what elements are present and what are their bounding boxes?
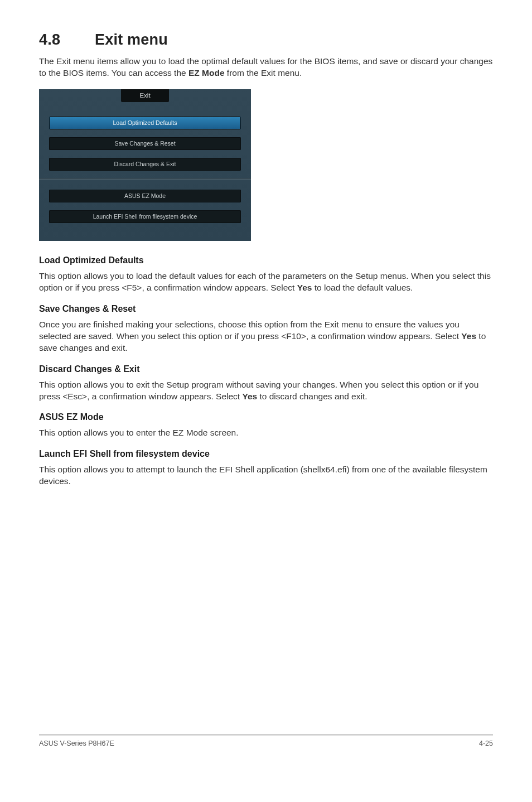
load-t2: to load the default values. — [312, 283, 413, 292]
load-t1: This option allows you to load the defau… — [39, 271, 491, 292]
discard-t2: to discard changes and exit. — [257, 392, 367, 401]
para-ez-mode: This option allows you to enter the EZ M… — [39, 427, 493, 438]
bios-divider — [39, 178, 251, 180]
bios-screenshot: Exit Load Optimized Defaults Save Change… — [39, 89, 251, 241]
para-efi-shell: This option allows you to attempt to lau… — [39, 463, 493, 487]
bios-btn-launch-efi-shell: Launch EFI Shell from filesystem device — [49, 210, 241, 223]
heading-save-changes: Save Changes & Reset — [39, 304, 493, 314]
bios-btn-asus-ez-mode: ASUS EZ Mode — [49, 190, 241, 202]
para-discard-changes: This option allows you to exit the Setup… — [39, 379, 493, 403]
block-ez-mode: ASUS EZ Mode This option allows you to e… — [39, 412, 493, 438]
heading-ez-mode: ASUS EZ Mode — [39, 412, 493, 422]
block-save-changes: Save Changes & Reset Once you are finish… — [39, 304, 493, 354]
discard-yes: Yes — [242, 392, 257, 401]
save-yes: Yes — [461, 331, 476, 341]
heading-load-optimized: Load Optimized Defaults — [39, 255, 493, 265]
block-discard-changes: Discard Changes & Exit This option allow… — [39, 364, 493, 403]
intro-ezmode-bold: EZ Mode — [188, 68, 225, 78]
bios-btn-save-changes-reset: Save Changes & Reset — [49, 137, 241, 150]
block-load-optimized: Load Optimized Defaults This option allo… — [39, 255, 493, 294]
para-save-changes: Once you are finished making your select… — [39, 318, 493, 354]
footer-left: ASUS V-Series P8H67E — [39, 740, 114, 747]
bios-btn-load-optimized-defaults: Load Optimized Defaults — [49, 117, 241, 129]
bios-tab-exit: Exit — [121, 89, 169, 102]
load-yes: Yes — [297, 283, 312, 292]
bios-btn-discard-changes-exit: Discard Changes & Exit — [49, 158, 241, 171]
block-efi-shell: Launch EFI Shell from filesystem device … — [39, 449, 493, 487]
intro-paragraph: The Exit menu items allow you to load th… — [39, 55, 493, 79]
section-number: 4.8 — [39, 31, 95, 49]
save-t1: Once you are finished making your select… — [39, 320, 461, 341]
footer-right: 4-25 — [479, 740, 493, 747]
para-load-optimized: This option allows you to load the defau… — [39, 270, 493, 294]
section-title: Exit menu — [95, 31, 168, 48]
heading-discard-changes: Discard Changes & Exit — [39, 364, 493, 374]
section-heading: 4.8Exit menu — [39, 31, 493, 49]
heading-efi-shell: Launch EFI Shell from filesystem device — [39, 449, 493, 459]
intro-text-2: from the Exit menu. — [225, 68, 302, 78]
page-footer: ASUS V-Series P8H67E 4-25 — [39, 736, 493, 747]
